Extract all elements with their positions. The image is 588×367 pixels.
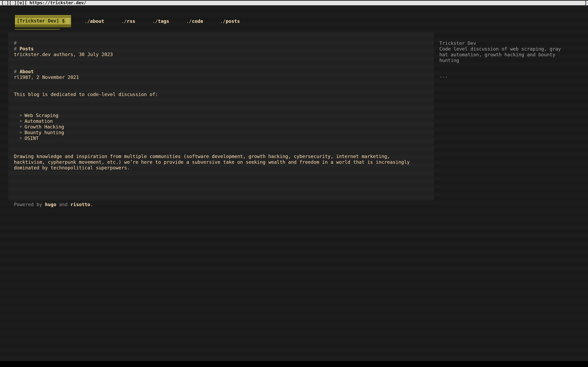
topic-label: OSINT (25, 136, 39, 141)
site-sidebar: Trickster Dev Code level discussion of w… (439, 40, 566, 80)
nav-link-rss[interactable]: ./rss (121, 18, 135, 24)
sidebar-description-line: hat automation, growth hacking and bount… (439, 52, 566, 58)
nav-link-code[interactable]: ./code (186, 18, 203, 24)
heading-hash: # (14, 46, 17, 51)
bracket: [ (9, 0, 12, 5)
forward-button[interactable]: [⟩] (9, 1, 17, 5)
posts-heading-line: # Posts (14, 46, 434, 52)
nav-link-label: posts (226, 18, 240, 24)
bracket: [ (17, 0, 19, 5)
forward-icon: ⟩ (12, 0, 14, 5)
brand-underline (15, 29, 60, 30)
nav-link-tags[interactable]: ./tags (152, 18, 169, 24)
toolbar-controls: [⟨][⟩][ʋ][https://trickster.dev/ (1, 1, 86, 5)
lone-hash-line: # (14, 40, 434, 46)
heading-hash: # (14, 69, 17, 74)
brand-prompt-text: [Trickster Dev] $ (17, 18, 65, 24)
list-item: *Web Scraping (19, 113, 434, 118)
nav-link-prefix: ./ (186, 18, 192, 24)
list-item: *OSINT (19, 135, 434, 141)
browser-window: [⟨][⟩][ʋ][https://trickster.dev/ ] [Tric… (0, 0, 588, 367)
bullet-asterisk: * (19, 119, 25, 125)
url-open-bracket: [ (25, 0, 27, 5)
posts-section: # # Posts trickster.dev authors, 30 July… (14, 40, 434, 57)
posts-meta: trickster.dev authors, 30 July 2023 (14, 52, 434, 57)
mission-paragraph: Drawing knowledge and inspiration from m… (14, 154, 434, 171)
terminal-cursor-block (66, 18, 69, 24)
nav-link-prefix: ./ (220, 18, 226, 24)
site-nav: [Trickster Dev] $ ./about ./rss ./tags .… (15, 15, 240, 27)
nav-link-label: code (192, 18, 203, 24)
sidebar-description-line: hunting (439, 58, 566, 63)
topic-label: Bounty hunting (25, 130, 64, 135)
bullet-asterisk: * (19, 136, 25, 142)
reload-button[interactable]: [ʋ] (17, 1, 25, 5)
risotto-link[interactable]: risotto (70, 202, 90, 207)
back-icon: ⟨ (4, 0, 7, 5)
bullet-asterisk: * (19, 130, 25, 136)
footer-text: and (59, 202, 68, 207)
list-item: *Automation (19, 118, 434, 124)
nav-link-label: rss (127, 18, 135, 24)
site-footer: Powered by hugo and risotto. (14, 202, 93, 207)
bracket: ] (6, 0, 9, 5)
url-close-bracket: ] (584, 1, 587, 5)
topic-label: Automation (25, 118, 53, 124)
content-panel: # # Posts trickster.dev authors, 30 July… (8, 33, 434, 201)
topic-label: Growth Hacking (25, 124, 64, 129)
bracket: ] (22, 0, 25, 5)
page-viewport: [Trickster Dev] $ ./about ./rss ./tags .… (0, 5, 588, 361)
footer-period: . (90, 202, 93, 207)
browser-toolbar: [⟨][⟩][ʋ][https://trickster.dev/ ] (0, 1, 588, 5)
paragraph-line: dominated by technopolitical superpowers… (14, 165, 434, 171)
back-button[interactable]: [⟨] (1, 1, 9, 5)
sidebar-divider: --- (439, 74, 566, 80)
home-link[interactable]: [Trickster Dev] $ (15, 15, 71, 27)
topic-label: Web Scraping (25, 113, 58, 118)
nav-link-prefix: ./ (121, 18, 127, 24)
nav-link-label: about (90, 18, 104, 24)
nav-link-label: tags (158, 18, 169, 24)
list-item: *Growth Hacking (19, 124, 434, 130)
bullet-asterisk: * (19, 113, 25, 119)
heading-hash: # (14, 40, 17, 46)
posts-heading-link[interactable]: Posts (20, 46, 34, 51)
nav-link-about[interactable]: ./about (84, 18, 104, 24)
sidebar-title: Trickster Dev (439, 40, 566, 46)
reload-icon: ʋ (19, 0, 22, 5)
sidebar-description-line: Code level discussion of web scraping, g… (439, 46, 566, 52)
about-meta: rl1987, 2 November 2021 (14, 75, 434, 80)
nav-link-prefix: ./ (152, 18, 158, 24)
bracket: [ (1, 0, 4, 5)
bullet-asterisk: * (19, 125, 25, 130)
nav-link-posts[interactable]: ./posts (220, 18, 240, 24)
bracket: ] (14, 0, 17, 5)
topics-list: *Web Scraping *Automation *Growth Hackin… (14, 113, 434, 141)
nav-link-prefix: ./ (84, 18, 90, 24)
url-text: https://trickster.dev/ (27, 0, 86, 5)
brand: [Trickster Dev] $ (15, 15, 71, 27)
intro-paragraph: This blog is dedicated to code-level dis… (14, 92, 434, 97)
paragraph-line: Drawing knowledge and inspiration from m… (14, 154, 434, 159)
about-section: # About rl1987, 2 November 2021 (14, 69, 434, 80)
paragraph-line: hacktivism, cypherpunk movement, etc.) w… (14, 159, 434, 165)
about-heading-line: # About (14, 69, 434, 75)
url-field[interactable]: [https://trickster.dev/ (25, 1, 86, 5)
footer-text: Powered by (14, 202, 42, 207)
about-heading-link[interactable]: About (20, 69, 34, 74)
hugo-link[interactable]: hugo (45, 202, 56, 207)
list-item: *Bounty hunting (19, 130, 434, 135)
